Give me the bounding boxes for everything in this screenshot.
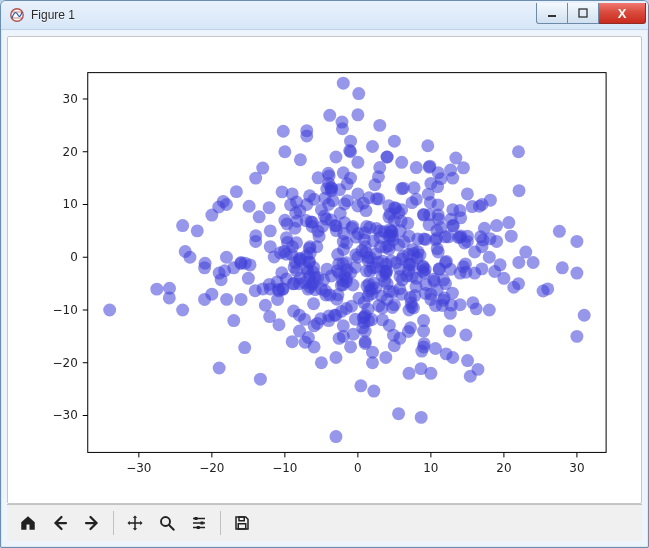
back-button[interactable] bbox=[45, 508, 75, 538]
svg-point-472 bbox=[263, 278, 276, 291]
svg-point-500 bbox=[454, 231, 467, 244]
svg-point-502 bbox=[445, 213, 458, 226]
svg-point-494 bbox=[249, 229, 262, 242]
svg-point-126 bbox=[461, 187, 474, 200]
scatter-plot: −30−20−100102030 −30−20−100102030 bbox=[8, 37, 641, 503]
svg-point-93 bbox=[220, 251, 233, 264]
svg-point-20 bbox=[512, 145, 525, 158]
svg-point-62 bbox=[344, 340, 357, 353]
svg-point-426 bbox=[220, 293, 233, 306]
svg-text:−10: −10 bbox=[272, 461, 297, 475]
home-button[interactable] bbox=[13, 508, 43, 538]
titlebar[interactable]: Figure 1 X bbox=[1, 1, 648, 30]
svg-point-379 bbox=[388, 339, 401, 352]
svg-point-384 bbox=[349, 248, 362, 261]
configure-subplots-button[interactable] bbox=[184, 508, 214, 538]
svg-point-313 bbox=[415, 411, 428, 424]
svg-point-476 bbox=[408, 181, 421, 194]
svg-point-447 bbox=[331, 288, 344, 301]
svg-point-441 bbox=[383, 285, 396, 298]
svg-point-115 bbox=[381, 151, 394, 164]
svg-point-256 bbox=[249, 284, 262, 297]
close-button[interactable]: X bbox=[599, 3, 646, 24]
svg-text:10: 10 bbox=[423, 461, 438, 475]
svg-text:30: 30 bbox=[569, 461, 584, 475]
svg-point-409 bbox=[218, 264, 231, 277]
svg-point-128 bbox=[417, 325, 430, 338]
svg-point-369 bbox=[346, 220, 359, 233]
home-icon bbox=[19, 514, 37, 532]
svg-rect-1 bbox=[548, 15, 556, 17]
svg-point-331 bbox=[417, 208, 430, 221]
svg-point-335 bbox=[341, 177, 354, 190]
svg-point-278 bbox=[217, 195, 230, 208]
svg-rect-534 bbox=[201, 522, 204, 525]
svg-point-486 bbox=[457, 260, 470, 273]
svg-point-122 bbox=[373, 119, 386, 132]
svg-point-59 bbox=[337, 166, 350, 179]
svg-point-495 bbox=[294, 253, 307, 266]
svg-point-102 bbox=[191, 224, 204, 237]
sliders-icon bbox=[190, 514, 208, 532]
svg-point-129 bbox=[337, 319, 350, 332]
forward-button[interactable] bbox=[77, 508, 107, 538]
svg-point-346 bbox=[512, 256, 525, 269]
zoom-icon bbox=[158, 514, 176, 532]
svg-point-336 bbox=[307, 261, 320, 274]
svg-point-6 bbox=[578, 309, 591, 322]
svg-point-241 bbox=[466, 296, 479, 309]
svg-point-320 bbox=[277, 125, 290, 138]
toolbar-separator bbox=[113, 511, 114, 535]
svg-point-182 bbox=[484, 194, 497, 207]
svg-point-187 bbox=[352, 87, 365, 100]
svg-point-471 bbox=[239, 257, 252, 270]
svg-point-489 bbox=[325, 269, 338, 282]
svg-point-169 bbox=[294, 153, 307, 166]
svg-point-474 bbox=[280, 248, 293, 261]
svg-point-412 bbox=[318, 210, 331, 223]
svg-point-395 bbox=[431, 242, 444, 255]
pan-button[interactable] bbox=[120, 508, 150, 538]
svg-point-236 bbox=[287, 305, 300, 318]
maximize-button[interactable] bbox=[568, 3, 599, 24]
svg-point-365 bbox=[330, 224, 343, 237]
svg-point-109 bbox=[570, 267, 583, 280]
svg-point-425 bbox=[351, 199, 364, 212]
svg-text:−20: −20 bbox=[199, 461, 224, 475]
svg-point-192 bbox=[406, 196, 419, 209]
svg-text:10: 10 bbox=[63, 197, 78, 211]
svg-point-142 bbox=[502, 216, 515, 229]
plot-canvas[interactable]: −30−20−100102030 −30−20−100102030 bbox=[7, 36, 642, 504]
move-icon bbox=[126, 514, 144, 532]
save-button[interactable] bbox=[227, 508, 257, 538]
svg-point-457 bbox=[318, 192, 331, 205]
minimize-button[interactable] bbox=[536, 3, 568, 24]
svg-point-281 bbox=[461, 354, 474, 367]
svg-point-246 bbox=[386, 301, 399, 314]
svg-point-491 bbox=[418, 337, 431, 350]
svg-point-483 bbox=[406, 258, 419, 271]
svg-point-398 bbox=[238, 341, 251, 354]
svg-point-394 bbox=[419, 233, 432, 246]
svg-point-400 bbox=[473, 200, 486, 213]
svg-point-406 bbox=[367, 385, 380, 398]
svg-point-10 bbox=[213, 362, 226, 375]
arrow-left-icon bbox=[51, 514, 69, 532]
svg-point-94 bbox=[483, 251, 496, 264]
svg-point-427 bbox=[392, 407, 405, 420]
zoom-button[interactable] bbox=[152, 508, 182, 538]
svg-point-116 bbox=[395, 156, 408, 169]
toolbar-separator bbox=[220, 511, 221, 535]
svg-point-378 bbox=[507, 281, 520, 294]
svg-point-4 bbox=[103, 304, 116, 317]
svg-point-498 bbox=[428, 275, 441, 288]
svg-point-110 bbox=[570, 235, 583, 248]
svg-point-7 bbox=[570, 330, 583, 343]
svg-point-503 bbox=[281, 236, 294, 249]
svg-text:0: 0 bbox=[70, 250, 78, 264]
svg-point-421 bbox=[388, 201, 401, 214]
svg-point-119 bbox=[388, 135, 401, 148]
svg-point-487 bbox=[276, 185, 289, 198]
arrow-right-icon bbox=[83, 514, 101, 532]
svg-point-466 bbox=[369, 247, 382, 260]
